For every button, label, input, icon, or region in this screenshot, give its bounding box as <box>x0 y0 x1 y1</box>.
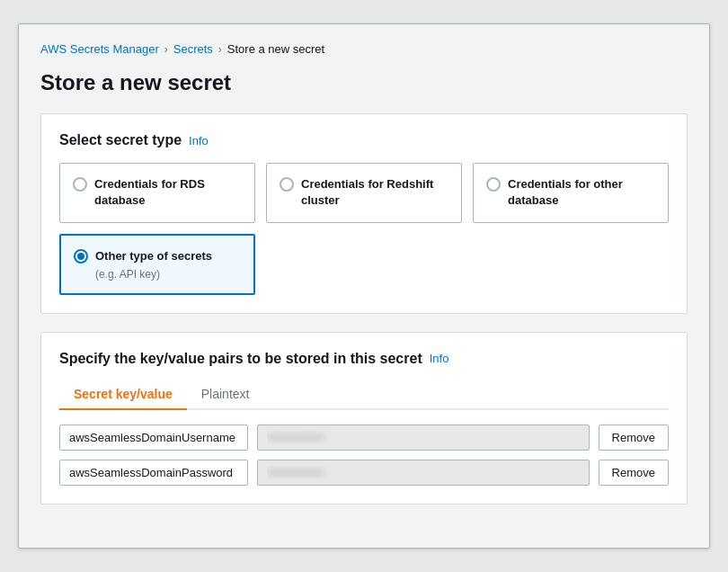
secret-type-section: Select secret type Info Credentials for … <box>40 113 688 314</box>
type-card-other-db[interactable]: Credentials for other database <box>473 163 669 222</box>
type-card-redshift-header: Credentials for Redshift cluster <box>280 176 448 209</box>
breadcrumb-current: Store a new secret <box>227 42 324 56</box>
tab-key-value[interactable]: Secret key/value <box>59 380 187 410</box>
breadcrumb-sep-2: › <box>218 43 222 56</box>
kv-section-title: Specify the key/value pairs to be stored… <box>59 351 422 367</box>
breadcrumb-sep-1: › <box>164 43 168 56</box>
radio-rds[interactable] <box>73 177 87 192</box>
section-info-link-type[interactable]: Info <box>189 134 209 147</box>
section-title-type: Select secret type <box>59 132 182 148</box>
type-label-redshift: Credentials for Redshift cluster <box>301 176 448 209</box>
kv-info-link[interactable]: Info <box>430 352 449 365</box>
type-label-other-db: Credentials for other database <box>508 176 655 209</box>
kv-value-input-1[interactable] <box>257 425 590 451</box>
kv-section-header: Specify the key/value pairs to be stored… <box>59 351 669 367</box>
type-card-rds-header: Credentials for RDS database <box>73 176 242 209</box>
type-card-other-secret-header: Other type of secrets <box>74 248 241 264</box>
radio-other-secret[interactable] <box>74 249 88 264</box>
secret-type-grid: Credentials for RDS database Credentials… <box>59 163 669 222</box>
table-row: Remove <box>59 460 669 486</box>
breadcrumb: AWS Secrets Manager › Secrets › Store a … <box>40 42 688 56</box>
page-title: Store a new secret <box>40 70 688 95</box>
breadcrumb-link-secrets-manager[interactable]: AWS Secrets Manager <box>40 42 159 56</box>
tabs: Secret key/value Plaintext <box>59 380 669 410</box>
tab-plaintext[interactable]: Plaintext <box>187 380 264 410</box>
section-header-type: Select secret type Info <box>59 132 669 148</box>
type-card-rds[interactable]: Credentials for RDS database <box>59 163 255 222</box>
kv-section: Specify the key/value pairs to be stored… <box>40 332 688 505</box>
type-card-other-db-header: Credentials for other database <box>486 176 655 209</box>
type-card-other-secret[interactable]: Other type of secrets (e.g. API key) <box>59 234 255 295</box>
remove-button-1[interactable]: Remove <box>599 425 669 451</box>
type-card-redshift[interactable]: Credentials for Redshift cluster <box>266 163 462 222</box>
table-row: Remove <box>59 425 669 451</box>
kv-key-input-2[interactable] <box>59 460 248 486</box>
type-label-rds: Credentials for RDS database <box>94 176 242 209</box>
kv-key-input-1[interactable] <box>59 425 248 451</box>
kv-value-input-2[interactable] <box>257 460 590 486</box>
secret-type-row: Other type of secrets (e.g. API key) <box>59 234 669 295</box>
page-wrapper: AWS Secrets Manager › Secrets › Store a … <box>18 23 710 549</box>
breadcrumb-link-secrets[interactable]: Secrets <box>173 42 213 56</box>
type-sublabel-other-secret: (e.g. API key) <box>74 268 241 281</box>
kv-rows: Remove Remove <box>59 425 669 486</box>
remove-button-2[interactable]: Remove <box>599 460 669 486</box>
radio-other-db[interactable] <box>486 177 501 192</box>
radio-redshift[interactable] <box>280 177 294 192</box>
type-label-other-secret: Other type of secrets <box>95 248 212 264</box>
